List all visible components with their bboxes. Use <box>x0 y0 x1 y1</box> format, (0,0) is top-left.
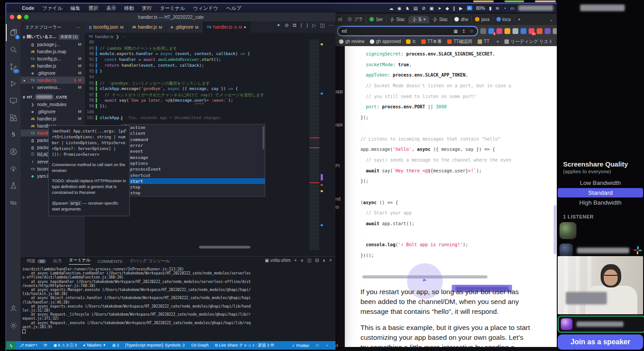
file-row-handlerts[interactable]: ● TShandler.ts9, M <box>21 77 85 84</box>
file-row-tsconfigjs[interactable]: TStsconfig.js...M <box>21 55 85 62</box>
tab-.gitignore[interactable]: ◆.gitignoreM <box>166 21 203 33</box>
browser-scrollbar[interactable] <box>554 205 556 254</box>
status-item[interactable]: ⧉ Live Share チャット: 新規 2 件 <box>215 343 274 347</box>
tab-handler.js[interactable]: JShandler.jsM <box>128 21 167 33</box>
breadcrumb-more[interactable]: ⋯ <box>122 34 126 39</box>
menu-item-ウィンドウ[interactable]: ウィンドウ <box>193 5 218 11</box>
bookmark-TT確認用[interactable]: TT確認用 <box>447 39 472 45</box>
status-icon[interactable]: ◉ <box>398 6 402 11</box>
join-as-speaker-button[interactable]: Join as a speaker <box>558 334 643 350</box>
suggestion-start[interactable]: start <box>122 178 265 184</box>
browser-tab-プラ[interactable]: プラ <box>344 15 366 24</box>
status-icon[interactable]: ◔ <box>504 6 506 11</box>
search-icon[interactable] <box>6 41 21 58</box>
browser-tab-Slac[interactable]: Slac <box>386 16 408 23</box>
status-icon[interactable]: ▤ <box>413 6 417 11</box>
tab-handler.ts[interactable]: TShandler.ts9, M● <box>203 21 250 33</box>
bookmark-gh approved[interactable]: gh approved <box>370 39 401 44</box>
panel-tab-ターミナル[interactable]: ターミナル <box>69 257 90 265</box>
menu-item-選択[interactable]: 選択 <box>89 5 98 11</box>
listener-avatar[interactable] <box>559 222 576 239</box>
status-item[interactable]: ◉ 6 ⚠ 3 ⓘ 3 <box>54 343 77 347</box>
status-icon[interactable]: ⊘ <box>422 6 425 11</box>
tab-tsconfig.json[interactable]: {}tsconfig.jsonM <box>85 21 128 33</box>
vscode-title-bar[interactable]: handler.ts — HT_20220222_cate <box>6 13 335 21</box>
status-item[interactable]: ⟳ <box>44 343 47 347</box>
explorer-more-icon[interactable]: ⋯ <box>76 25 80 30</box>
editor-action-icon[interactable]: ⧉ <box>293 22 297 28</box>
suggestion-step[interactable]: step <box>122 184 265 190</box>
status-item[interactable]: ✓ Prettier <box>292 343 309 348</box>
shell-selector[interactable]: ▣ volta-shim <box>265 258 291 263</box>
panel-action-icon[interactable]: + <box>294 258 297 263</box>
browser-tab-java[interactable]: java <box>472 16 493 23</box>
minimap[interactable] <box>309 40 319 250</box>
panel-tab-出力[interactable]: 出力 <box>53 258 62 264</box>
address-bar-icon[interactable]: ☆ <box>470 29 474 34</box>
bookmark-lc[interactable]: lc <box>406 39 415 44</box>
status-icon[interactable]: ➤ <box>438 6 441 11</box>
extensions-icon[interactable] <box>6 109 21 126</box>
bookmark-TT[interactable]: TT <box>478 39 489 44</box>
suggestion-client[interactable]: client <box>122 130 265 136</box>
panel-action-icon[interactable]: ∨ <box>301 258 304 263</box>
maximize-traffic-light[interactable] <box>24 15 29 19</box>
suggestion-action[interactable]: action <box>122 124 265 130</box>
file-row-handlerjs[interactable]: JShandler.jsM <box>21 62 85 69</box>
open-editors-section[interactable]: ∨ 開いているエ... 未保存 (1) <box>21 33 85 41</box>
browser-tab-Ser[interactable]: Ser <box>366 16 386 23</box>
explorer-icon[interactable]: 1 <box>6 24 21 41</box>
panel-tab-COMMENTS[interactable]: COMMENTS <box>97 259 122 264</box>
file-row-gitignore[interactable]: ◆.gitignoreM <box>21 108 85 115</box>
menu-item-表示[interactable]: 表示 <box>106 5 116 11</box>
address-bar[interactable]: ed ▦↥☆ <box>337 26 478 36</box>
status-item[interactable]: ◍ 2 <box>112 343 119 347</box>
autocomplete-widget[interactable]: actionclientcommanderroreventmessageopti… <box>121 124 265 197</box>
suggestion-shortcut[interactable]: shortcut <box>122 172 265 178</box>
panel-action-icon[interactable]: ◫ <box>307 258 311 263</box>
address-bar-icon[interactable]: ▦ <box>453 29 458 34</box>
extension-icon[interactable] <box>521 28 526 34</box>
close-traffic-light[interactable] <box>10 15 14 19</box>
bookmark-gh review[interactable]: gh review <box>339 39 364 44</box>
panel-tab-デバッグ コンソール[interactable]: デバッグ コンソール <box>130 258 170 264</box>
extension-icon[interactable] <box>496 28 502 34</box>
panel-action-icon[interactable]: ⊟ <box>315 258 318 263</box>
status-icon[interactable]: ▣ <box>429 6 433 11</box>
status-icon[interactable]: ♞ <box>406 6 410 11</box>
editor-action-icon[interactable]: ⋯ <box>329 22 334 28</box>
active-speaker-row[interactable] <box>558 316 644 333</box>
suggestion-options[interactable]: options <box>122 160 265 166</box>
breadcrumb-file[interactable]: handler.ts <box>95 34 114 39</box>
panel-action-icon[interactable]: × <box>329 258 332 263</box>
source-control-icon[interactable]: 12 <box>6 58 21 75</box>
breadcrumb[interactable]: TS handler.ts ❯ ⋯ <box>85 33 339 40</box>
browser-tab-S[interactable]: S× <box>409 16 430 23</box>
webcam-video[interactable] <box>558 256 643 314</box>
suggestion-message[interactable]: message <box>122 154 265 160</box>
bookmark-リーディング リスト[interactable]: リーディング リスト <box>504 39 553 45</box>
new-tab-button[interactable]: + <box>514 17 524 22</box>
file-row-serverless[interactable]: !serverless...M <box>21 84 85 91</box>
suggestion-command[interactable]: command <box>122 137 265 142</box>
extension-icon[interactable] <box>480 28 486 34</box>
minimize-traffic-light[interactable] <box>17 15 21 19</box>
quality-option-low[interactable]: Low Bandwidth <box>558 178 643 188</box>
extension-icon[interactable] <box>545 28 551 34</box>
quality-option-standard[interactable]: Standard <box>558 188 643 197</box>
run-debug-icon[interactable] <box>6 75 21 92</box>
suggestion-error[interactable]: error <box>122 142 265 148</box>
extension-icon[interactable] <box>504 28 510 34</box>
bookmark-TT本番[interactable]: TT本番 <box>421 39 442 45</box>
status-icon[interactable]: ☁ <box>389 6 394 11</box>
close-icon[interactable]: × <box>124 128 127 133</box>
extension-icon[interactable] <box>537 28 542 34</box>
testing-icon[interactable] <box>6 177 21 194</box>
autocomplete-scrollbar[interactable] <box>263 126 264 150</box>
remote-indicator[interactable]: ϟ <box>6 341 16 350</box>
editor-action-icon[interactable]: ▷ <box>312 22 316 28</box>
editor-action-icon[interactable]: ✦ <box>276 22 280 28</box>
account-icon[interactable] <box>6 300 21 317</box>
status-item[interactable]: [TypeScript Importer]: Symbols: 2 <box>125 343 185 347</box>
status-icon[interactable]: ▮ <box>489 6 492 11</box>
